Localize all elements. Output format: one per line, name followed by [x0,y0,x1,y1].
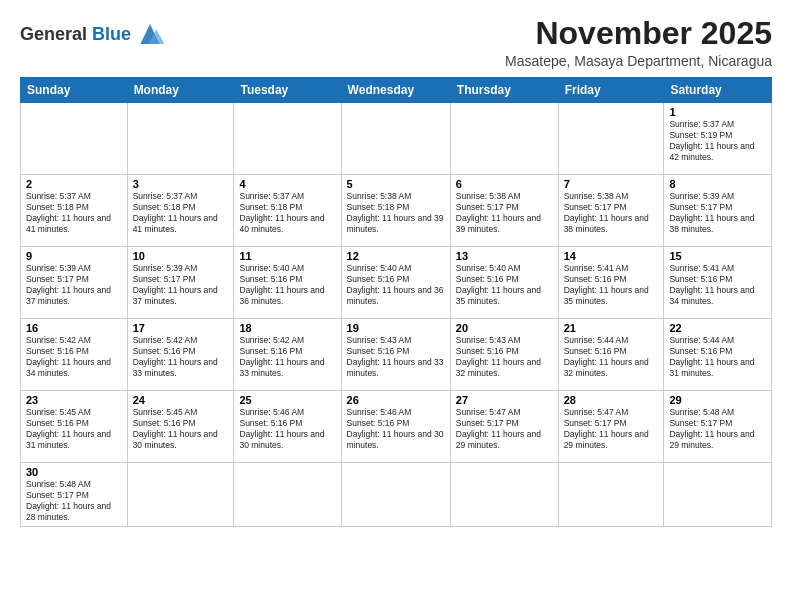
table-row: 6Sunrise: 5:38 AMSunset: 5:17 PMDaylight… [450,175,558,247]
day-info: Sunrise: 5:42 AMSunset: 5:16 PMDaylight:… [133,335,229,379]
day-number: 11 [239,250,335,262]
day-info: Sunrise: 5:37 AMSunset: 5:18 PMDaylight:… [133,191,229,235]
table-row: 15Sunrise: 5:41 AMSunset: 5:16 PMDayligh… [664,247,772,319]
header-thursday: Thursday [450,78,558,103]
day-number: 30 [26,466,122,478]
header-friday: Friday [558,78,664,103]
table-row: 25Sunrise: 5:46 AMSunset: 5:16 PMDayligh… [234,391,341,463]
table-row: 30Sunrise: 5:48 AMSunset: 5:17 PMDayligh… [21,463,128,527]
page: General Blue November 2025 Masatepe, Mas… [0,0,792,537]
day-number: 16 [26,322,122,334]
table-row [21,103,128,175]
header: General Blue November 2025 Masatepe, Mas… [20,16,772,69]
day-number: 9 [26,250,122,262]
day-info: Sunrise: 5:47 AMSunset: 5:17 PMDaylight:… [456,407,553,451]
day-info: Sunrise: 5:40 AMSunset: 5:16 PMDaylight:… [456,263,553,307]
day-number: 10 [133,250,229,262]
table-row: 22Sunrise: 5:44 AMSunset: 5:16 PMDayligh… [664,319,772,391]
table-row: 1Sunrise: 5:37 AMSunset: 5:19 PMDaylight… [664,103,772,175]
day-number: 6 [456,178,553,190]
location: Masatepe, Masaya Department, Nicaragua [505,53,772,69]
table-row: 5Sunrise: 5:38 AMSunset: 5:18 PMDaylight… [341,175,450,247]
table-row [341,103,450,175]
day-number: 17 [133,322,229,334]
logo: General Blue [20,20,166,48]
table-row [234,463,341,527]
day-info: Sunrise: 5:37 AMSunset: 5:18 PMDaylight:… [239,191,335,235]
table-row: 10Sunrise: 5:39 AMSunset: 5:17 PMDayligh… [127,247,234,319]
logo-text: General Blue [20,24,131,45]
day-number: 12 [347,250,445,262]
table-row: 9Sunrise: 5:39 AMSunset: 5:17 PMDaylight… [21,247,128,319]
day-info: Sunrise: 5:47 AMSunset: 5:17 PMDaylight:… [564,407,659,451]
day-number: 7 [564,178,659,190]
day-number: 3 [133,178,229,190]
day-number: 2 [26,178,122,190]
day-number: 24 [133,394,229,406]
day-number: 25 [239,394,335,406]
table-row [341,463,450,527]
table-row: 18Sunrise: 5:42 AMSunset: 5:16 PMDayligh… [234,319,341,391]
logo-blue: Blue [92,24,131,44]
day-info: Sunrise: 5:38 AMSunset: 5:17 PMDaylight:… [564,191,659,235]
day-number: 26 [347,394,445,406]
day-info: Sunrise: 5:38 AMSunset: 5:18 PMDaylight:… [347,191,445,235]
table-row: 17Sunrise: 5:42 AMSunset: 5:16 PMDayligh… [127,319,234,391]
header-monday: Monday [127,78,234,103]
day-number: 21 [564,322,659,334]
table-row: 26Sunrise: 5:46 AMSunset: 5:16 PMDayligh… [341,391,450,463]
day-number: 18 [239,322,335,334]
table-row [450,463,558,527]
day-number: 28 [564,394,659,406]
day-info: Sunrise: 5:45 AMSunset: 5:16 PMDaylight:… [26,407,122,451]
table-row: 29Sunrise: 5:48 AMSunset: 5:17 PMDayligh… [664,391,772,463]
day-info: Sunrise: 5:41 AMSunset: 5:16 PMDaylight:… [564,263,659,307]
table-row: 4Sunrise: 5:37 AMSunset: 5:18 PMDaylight… [234,175,341,247]
month-title: November 2025 [505,16,772,51]
day-number: 15 [669,250,766,262]
day-info: Sunrise: 5:42 AMSunset: 5:16 PMDaylight:… [239,335,335,379]
table-row: 13Sunrise: 5:40 AMSunset: 5:16 PMDayligh… [450,247,558,319]
table-row: 24Sunrise: 5:45 AMSunset: 5:16 PMDayligh… [127,391,234,463]
table-row [558,463,664,527]
day-info: Sunrise: 5:45 AMSunset: 5:16 PMDaylight:… [133,407,229,451]
day-info: Sunrise: 5:39 AMSunset: 5:17 PMDaylight:… [133,263,229,307]
day-info: Sunrise: 5:39 AMSunset: 5:17 PMDaylight:… [669,191,766,235]
day-info: Sunrise: 5:48 AMSunset: 5:17 PMDaylight:… [26,479,122,523]
table-row: 2Sunrise: 5:37 AMSunset: 5:18 PMDaylight… [21,175,128,247]
day-info: Sunrise: 5:40 AMSunset: 5:16 PMDaylight:… [239,263,335,307]
table-row: 27Sunrise: 5:47 AMSunset: 5:17 PMDayligh… [450,391,558,463]
day-info: Sunrise: 5:43 AMSunset: 5:16 PMDaylight:… [456,335,553,379]
day-number: 19 [347,322,445,334]
weekday-header-row: Sunday Monday Tuesday Wednesday Thursday… [21,78,772,103]
day-number: 20 [456,322,553,334]
header-wednesday: Wednesday [341,78,450,103]
logo-icon [134,20,166,48]
table-row [234,103,341,175]
header-saturday: Saturday [664,78,772,103]
table-row: 16Sunrise: 5:42 AMSunset: 5:16 PMDayligh… [21,319,128,391]
day-number: 14 [564,250,659,262]
day-info: Sunrise: 5:41 AMSunset: 5:16 PMDaylight:… [669,263,766,307]
table-row: 23Sunrise: 5:45 AMSunset: 5:16 PMDayligh… [21,391,128,463]
table-row: 28Sunrise: 5:47 AMSunset: 5:17 PMDayligh… [558,391,664,463]
table-row [558,103,664,175]
logo-general: General [20,24,87,44]
table-row: 11Sunrise: 5:40 AMSunset: 5:16 PMDayligh… [234,247,341,319]
table-row: 14Sunrise: 5:41 AMSunset: 5:16 PMDayligh… [558,247,664,319]
day-info: Sunrise: 5:43 AMSunset: 5:16 PMDaylight:… [347,335,445,379]
day-info: Sunrise: 5:44 AMSunset: 5:16 PMDaylight:… [564,335,659,379]
day-info: Sunrise: 5:38 AMSunset: 5:17 PMDaylight:… [456,191,553,235]
day-number: 23 [26,394,122,406]
day-number: 1 [669,106,766,118]
day-info: Sunrise: 5:37 AMSunset: 5:18 PMDaylight:… [26,191,122,235]
day-info: Sunrise: 5:42 AMSunset: 5:16 PMDaylight:… [26,335,122,379]
day-info: Sunrise: 5:37 AMSunset: 5:19 PMDaylight:… [669,119,766,163]
day-number: 5 [347,178,445,190]
day-info: Sunrise: 5:46 AMSunset: 5:16 PMDaylight:… [239,407,335,451]
day-info: Sunrise: 5:40 AMSunset: 5:16 PMDaylight:… [347,263,445,307]
table-row [450,103,558,175]
table-row: 21Sunrise: 5:44 AMSunset: 5:16 PMDayligh… [558,319,664,391]
calendar-table: Sunday Monday Tuesday Wednesday Thursday… [20,77,772,527]
day-info: Sunrise: 5:46 AMSunset: 5:16 PMDaylight:… [347,407,445,451]
